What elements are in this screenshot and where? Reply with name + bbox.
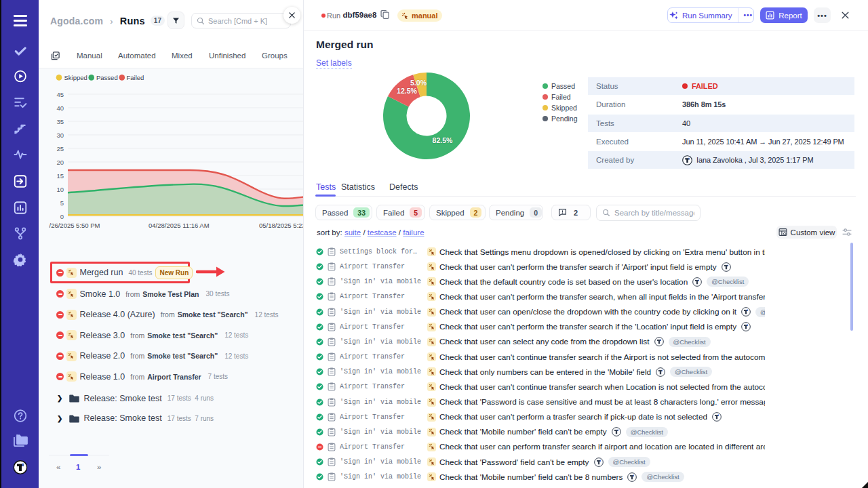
- svg-text:Skipped: Skipped: [64, 74, 87, 81]
- svg-text:04/28/2025 11:16 AM: 04/28/2025 11:16 AM: [149, 222, 210, 229]
- svg-text:05/18/2025 5:22 PM: 05/18/2025 5:22 PM: [259, 222, 303, 229]
- svg-text:10: 10: [56, 186, 64, 193]
- svg-text:5: 5: [60, 199, 64, 207]
- svg-text:35: 35: [56, 118, 64, 125]
- svg-text:/26/2025 5:50 PM: /26/2025 5:50 PM: [50, 222, 100, 229]
- svg-text:45: 45: [56, 91, 64, 98]
- svg-text:82.5%: 82.5%: [433, 136, 453, 144]
- svg-text:25: 25: [56, 145, 64, 152]
- svg-text:15: 15: [56, 172, 64, 180]
- svg-text:0: 0: [60, 213, 64, 220]
- svg-text:30: 30: [56, 131, 64, 139]
- svg-text:12.5%: 12.5%: [397, 87, 417, 95]
- svg-text:Failed: Failed: [127, 74, 144, 81]
- svg-text:20: 20: [56, 159, 64, 166]
- svg-text:5.0%: 5.0%: [410, 79, 427, 87]
- svg-text:40: 40: [56, 104, 64, 112]
- svg-text:Passed: Passed: [96, 74, 118, 81]
